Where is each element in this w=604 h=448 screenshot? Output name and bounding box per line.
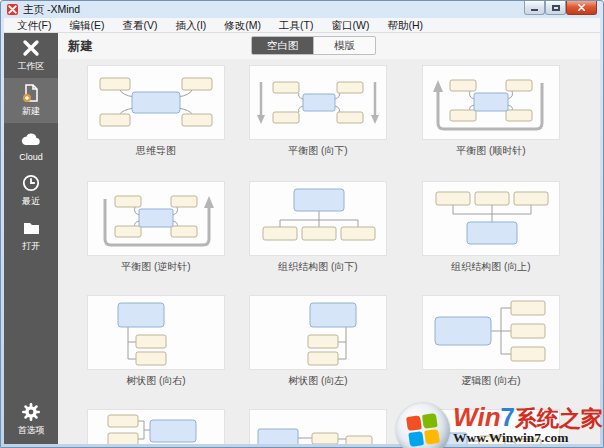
balance-clockwise-thumbnail — [423, 66, 559, 139]
timeline-thumbnail — [250, 410, 386, 444]
tree-left-thumbnail — [250, 296, 386, 369]
app-body: 工作区 新建 Cloud — [4, 33, 600, 444]
balance-down-thumbnail — [250, 66, 386, 139]
sidebar: 工作区 新建 Cloud — [4, 33, 58, 444]
sidebar-item-label: 工作区 — [18, 60, 45, 73]
template-card-org-chart-down[interactable] — [249, 181, 387, 256]
mind-map-thumbnail — [88, 66, 224, 139]
sidebar-item-preferences[interactable]: 首选项 — [4, 397, 58, 442]
menu-window[interactable]: 窗口(W) — [323, 18, 379, 32]
template-card-tree-left[interactable] — [249, 295, 387, 370]
folder-icon — [21, 218, 42, 238]
tab-template[interactable]: 模版 — [313, 37, 375, 54]
template-card-mind-map[interactable] — [87, 65, 225, 140]
template-caption: 逻辑图 (向右) — [422, 374, 560, 388]
maximize-icon — [552, 5, 560, 11]
xmind-app-icon — [7, 4, 18, 15]
menu-insert[interactable]: 插入(I) — [166, 18, 215, 32]
sidebar-item-new[interactable]: 新建 — [4, 78, 58, 123]
sidebar-item-label: Cloud — [19, 152, 43, 162]
watermark-seven: 7 — [501, 402, 515, 432]
template-caption: 树状图 (向右) — [87, 374, 225, 388]
main-header: 新建 空白图 模版 — [58, 33, 600, 60]
main-area: 新建 空白图 模版 — [58, 33, 600, 444]
xmind-window: 主页 -XMind 文件(F) 编辑(E) 查看(V) 插入(I) 修改(M) … — [0, 0, 604, 448]
close-icon — [577, 3, 586, 12]
template-caption: 平衡图 (顺时针) — [422, 144, 560, 158]
org-chart-down-thumbnail — [250, 182, 386, 255]
template-caption: 树状图 (向左) — [249, 374, 387, 388]
balance-counterclockwise-thumbnail — [88, 182, 224, 255]
sidebar-item-cloud[interactable]: Cloud — [4, 123, 58, 168]
title-bar: 主页 -XMind — [1, 1, 603, 18]
template-caption: 组织结构图 (向下) — [249, 260, 387, 274]
xmind-logo-icon — [21, 38, 41, 58]
page-title: 新建 — [68, 38, 93, 55]
minimize-icon — [531, 9, 538, 11]
template-card-balance-counterclockwise[interactable] — [87, 181, 225, 256]
sidebar-item-workspace[interactable]: 工作区 — [4, 33, 58, 78]
tab-group: 空白图 模版 — [251, 36, 376, 55]
logic-right-thumbnail — [423, 296, 559, 369]
menu-edit[interactable]: 编辑(E) — [60, 18, 113, 32]
template-card-tree-right[interactable] — [87, 295, 225, 370]
template-caption: 平衡图 (逆时针) — [87, 260, 225, 274]
winwin7-watermark: Win7系统之家 Www.Winwin7.com — [396, 403, 603, 447]
template-card-balance-clockwise[interactable] — [422, 65, 560, 140]
watermark-brand: Win7系统之家 — [453, 404, 603, 430]
menu-file[interactable]: 文件(F) — [8, 18, 60, 32]
menu-bar: 文件(F) 编辑(E) 查看(V) 插入(I) 修改(M) 工具(T) 窗口(W… — [4, 18, 600, 33]
close-button[interactable] — [566, 1, 597, 15]
sidebar-item-label: 新建 — [22, 105, 40, 118]
watermark-cn: 系统之家 — [515, 406, 603, 431]
sidebar-item-label: 打开 — [22, 240, 40, 253]
template-caption: 思维导图 — [87, 144, 225, 158]
template-card-logic-right[interactable] — [422, 295, 560, 370]
template-caption: 平衡图 (向下) — [249, 144, 387, 158]
minimize-button[interactable] — [524, 1, 545, 15]
template-card-timeline[interactable] — [249, 409, 387, 444]
clock-icon — [21, 173, 41, 193]
window-title: 主页 -XMind — [23, 3, 80, 17]
watermark-win: Win — [453, 402, 500, 432]
maximize-button[interactable] — [545, 1, 566, 15]
menu-modify[interactable]: 修改(M) — [215, 18, 270, 32]
window-controls — [524, 1, 597, 15]
menu-help[interactable]: 帮助(H) — [378, 18, 432, 32]
template-card-logic-left[interactable] — [87, 409, 225, 444]
cloud-icon — [20, 130, 42, 150]
org-chart-up-thumbnail — [423, 182, 559, 255]
sidebar-item-open[interactable]: 打开 — [4, 213, 58, 258]
watermark-url: Www.Winwin7.com — [453, 431, 603, 445]
tree-right-thumbnail — [88, 296, 224, 369]
menu-tools[interactable]: 工具(T) — [270, 18, 322, 32]
template-grid: 思维导图 — [58, 59, 600, 444]
sidebar-item-recent[interactable]: 最近 — [4, 168, 58, 213]
menu-view[interactable]: 查看(V) — [113, 18, 166, 32]
sidebar-item-label: 首选项 — [18, 424, 45, 437]
watermark-text: Win7系统之家 Www.Winwin7.com — [453, 404, 603, 447]
template-caption: 组织结构图 (向上) — [422, 260, 560, 274]
logic-left-thumbnail — [88, 410, 224, 444]
windows-logo-icon — [396, 403, 450, 448]
template-card-org-chart-up[interactable] — [422, 181, 560, 256]
template-card-balance-down[interactable] — [249, 65, 387, 140]
sidebar-item-label: 最近 — [22, 195, 40, 208]
tab-blank-map[interactable]: 空白图 — [252, 37, 313, 54]
new-document-icon — [21, 83, 41, 103]
gear-icon — [21, 402, 41, 422]
